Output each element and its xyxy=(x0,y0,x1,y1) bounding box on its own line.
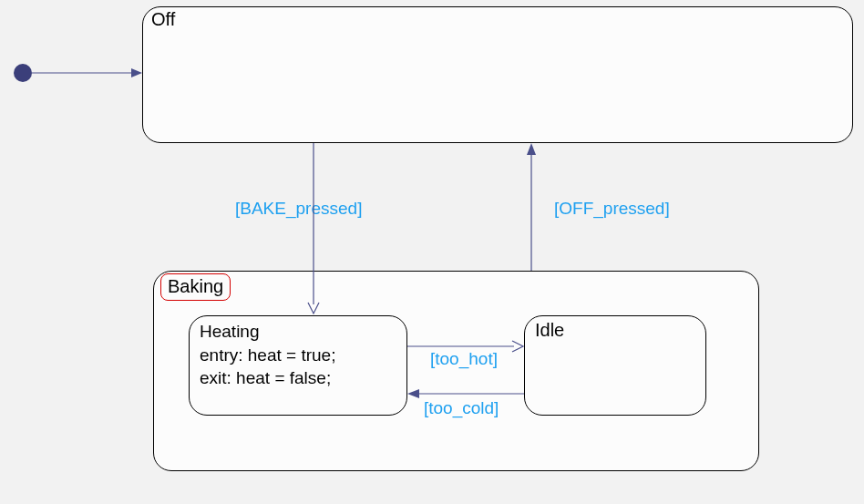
transition-bake-pressed: [BAKE_pressed] xyxy=(235,199,362,219)
state-heating-label: Heating xyxy=(200,320,335,344)
state-heating-exit: exit: heat = false; xyxy=(200,366,335,390)
state-off[interactable] xyxy=(142,6,853,143)
state-off-label: Off xyxy=(151,9,175,30)
state-heating-text: Heating entry: heat = true; exit: heat =… xyxy=(200,320,335,390)
state-baking-label: Baking xyxy=(168,276,223,297)
transition-too-hot: [too_hot] xyxy=(430,349,498,369)
arrow-baking-to-off-head xyxy=(527,143,536,155)
initial-state-dot xyxy=(14,64,32,82)
arrow-initial-to-off-head xyxy=(131,68,142,77)
transition-too-cold: [too_cold] xyxy=(424,398,499,418)
state-idle-label: Idle xyxy=(535,320,564,341)
statechart-canvas: Off Baking Heating entry: heat = true; e… xyxy=(0,0,864,504)
state-heating-entry: entry: heat = true; xyxy=(200,344,335,367)
transition-off-pressed: [OFF_pressed] xyxy=(554,199,670,219)
